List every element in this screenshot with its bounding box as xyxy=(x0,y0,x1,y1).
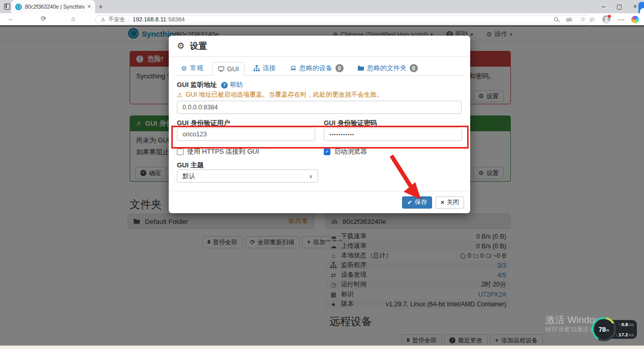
security-label: 不安全 xyxy=(108,16,125,23)
tab-ignored-devices[interactable]: 忽略的设备 0 xyxy=(285,61,349,75)
url-host: 192.168.8.11 xyxy=(133,16,166,22)
x-icon: × xyxy=(441,199,444,206)
modal-header: ⚙ 设置 xyxy=(169,36,470,57)
restore-button[interactable]: ▢ xyxy=(617,3,622,10)
browser-tab-bar: 80c2f363240e | Syncthing × + – ▢ × xyxy=(0,0,644,13)
warning-triangle-icon: ⚠ xyxy=(177,91,182,99)
profile-badge xyxy=(608,15,611,18)
browser-tab[interactable]: 80c2f363240e | Syncthing × xyxy=(11,0,95,13)
checkbox-unchecked[interactable] xyxy=(177,149,183,155)
download-arrow-icon: ↓ xyxy=(616,333,618,337)
tab-gui[interactable]: GUI xyxy=(212,62,244,76)
back-icon[interactable]: ← xyxy=(8,15,14,22)
bookmark-star-icon[interactable]: ☆ xyxy=(580,16,586,23)
workspaces-icon[interactable] xyxy=(4,4,10,10)
listen-address-input[interactable] xyxy=(177,101,462,114)
collections-icon[interactable]: ☆ xyxy=(589,16,595,23)
profile-avatar[interactable] xyxy=(602,15,610,23)
translate-icon[interactable]: ab xyxy=(566,16,572,22)
taskbar-edge xyxy=(0,345,644,349)
screen: 80c2f363240e | Syncthing × + – ▢ × ← ⟳ ⌂… xyxy=(0,0,644,349)
annotation-arrow xyxy=(386,153,427,203)
chevron-down-icon: ∨ xyxy=(309,173,313,179)
listen-address-warning: ⚠ GUI 地址已被启动选项覆盖。当覆盖存在时，此处的更改就不会生效。 xyxy=(177,91,383,99)
cpu-usage-gauge[interactable]: 78 % xyxy=(592,317,616,341)
url-port: :58384 xyxy=(167,16,185,22)
folder-icon xyxy=(358,65,364,71)
tab-title: 80c2f363240e | Syncthing xyxy=(25,4,84,10)
gear-icon: ⚙ xyxy=(181,65,187,72)
ignored-devices-badge: 0 xyxy=(335,64,344,72)
ignored-folders-badge: 0 xyxy=(410,64,418,72)
window-close-button[interactable]: × xyxy=(633,3,637,10)
tab-ignored-folders[interactable]: 忽略的文件夹 0 xyxy=(353,61,423,75)
sitemap-icon xyxy=(254,65,260,71)
window-controls: – ▢ × xyxy=(602,0,637,13)
theme-selected-value: 默认 xyxy=(182,172,195,181)
security-warning-icon[interactable]: ⚠ xyxy=(101,17,105,22)
browser-menu-icon[interactable]: ⋯ xyxy=(618,16,624,23)
settings-tabs: ⚙ 常规 GUI 连接 忽略的设备 0 忽略的文件夹 0 xyxy=(176,62,463,76)
refresh-icon[interactable]: ⟳ xyxy=(41,15,46,22)
download-speed: 17.2 xyxy=(619,332,628,337)
checkbox-checked[interactable] xyxy=(324,149,330,155)
modal-title: 设置 xyxy=(190,40,207,52)
url-separator: | xyxy=(128,16,130,22)
browser-address-bar: ← ⟳ ⌂ ⚠ 不安全 | 192.168.8.11 :58384 ab ☆ ☆… xyxy=(0,13,644,25)
theme-select[interactable]: 默认 ∨ xyxy=(177,169,318,183)
modal-close-button[interactable]: × 关闭 xyxy=(436,196,464,209)
home-icon[interactable]: ⌂ xyxy=(71,15,75,22)
theme-label: GUI 主题 xyxy=(177,161,204,170)
search-sidebar-icon[interactable] xyxy=(554,17,558,21)
tab-close-icon[interactable]: × xyxy=(87,3,91,10)
upload-speed: 0.8 xyxy=(621,322,628,327)
syncthing-favicon xyxy=(15,4,22,10)
question-circle-icon: ? xyxy=(221,82,228,89)
gear-icon: ⚙ xyxy=(177,41,185,51)
copilot-icon[interactable] xyxy=(631,16,639,23)
annotation-rectangle xyxy=(171,126,469,149)
gauge-value: 78 xyxy=(599,326,606,333)
laptop-icon xyxy=(290,65,296,71)
tab-general[interactable]: ⚙ 常规 xyxy=(176,61,208,75)
help-link[interactable]: ? 帮助 xyxy=(221,80,243,90)
listen-address-label: GUI 监听地址 ? 帮助 xyxy=(177,80,243,90)
tab-connections[interactable]: 连接 xyxy=(249,61,281,75)
minimize-button[interactable]: – xyxy=(602,3,605,10)
browser-toolbar-icons: ☆ ⋯ xyxy=(589,14,639,24)
monitor-icon xyxy=(218,66,224,72)
gauge-unit: % xyxy=(606,329,609,332)
upload-arrow-icon: ↑ xyxy=(618,323,620,327)
url-bar[interactable]: ⚠ 不安全 | 192.168.8.11 :58384 ab ☆ xyxy=(95,15,591,24)
new-tab-button[interactable]: + xyxy=(99,3,103,11)
